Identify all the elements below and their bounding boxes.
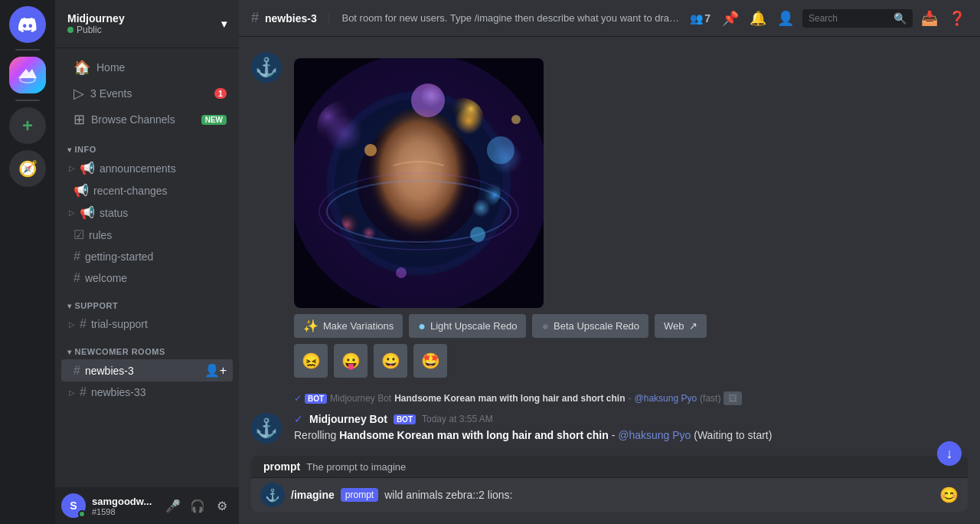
make-variations-label: Make Variations — [323, 320, 394, 332]
reaction-grin[interactable]: 😀 — [374, 344, 407, 378]
newbies-33-label: newbies-33 — [91, 386, 146, 398]
section-support-arrow: ▾ — [67, 302, 72, 310]
notification-button[interactable]: 🔔 — [747, 8, 769, 29]
reaction-starstruck[interactable]: 🤩 — [413, 344, 447, 378]
header-tools: 👥 7 📌 🔔 👤 🔍 📥 — [687, 8, 968, 29]
pin-button[interactable]: 📌 — [720, 8, 741, 29]
ref-author: Midjourney Bot — [330, 393, 391, 404]
midjourney-server-icon[interactable] — [9, 57, 46, 93]
bot-message-group: ⚓ ✓ Midjourney Bot BOT Today at 3:55 AM … — [239, 410, 980, 447]
prompt-hint-label: prompt — [263, 460, 300, 473]
newbies-33-icon: # — [80, 385, 87, 399]
trial-support-arrow-icon: ▷ — [69, 320, 75, 329]
midjourney-icon[interactable] — [9, 57, 46, 93]
section-newcomer[interactable]: ▾ NEWCOMER ROOMS — [55, 335, 239, 359]
welcome-label: welcome — [85, 272, 127, 284]
beta-upscale-redo-label: Beta Upscale Redo — [554, 320, 639, 332]
image-message-content: ✨ Make Variations ● Light Upscale Redo ●… — [294, 52, 968, 378]
nav-browse[interactable]: ⊞ Browse Channels NEW — [61, 106, 233, 133]
search-box[interactable]: 🔍 — [802, 9, 913, 28]
beta-upscale-redo-button[interactable]: ● Beta Upscale Redo — [532, 314, 648, 338]
settings-button[interactable]: ⚙ — [211, 495, 233, 516]
message-input-box[interactable]: ⚓ /imagine prompt 😊 — [251, 478, 968, 512]
server-divider-2 — [15, 100, 40, 101]
channel-announcements[interactable]: ▷ 📢 announcements — [61, 157, 233, 179]
channel-trial-support[interactable]: ▷ # trial-support — [61, 313, 233, 335]
server-header[interactable]: Midjourney Public ▾ — [55, 0, 239, 48]
external-link-icon: ↗ — [689, 320, 697, 332]
add-member-button[interactable]: 👤 — [775, 8, 796, 29]
ai-generated-image — [294, 58, 544, 308]
headphone-button[interactable]: 🎧 — [187, 495, 208, 516]
channel-rules[interactable]: ☑ rules — [61, 224, 233, 246]
channel-status[interactable]: ▷ 📢 status — [61, 201, 233, 224]
status-dot — [67, 27, 74, 33]
section-info[interactable]: ▾ INFO — [55, 133, 239, 157]
svg-point-2 — [312, 76, 526, 290]
microphone-button[interactable]: 🎤 — [162, 495, 184, 516]
reaction-angry[interactable]: 😖 — [294, 344, 328, 378]
messages-area[interactable]: ⚓ — [239, 37, 980, 456]
reaction-tongue[interactable]: 😛 — [334, 344, 368, 378]
scroll-down-icon: ↓ — [946, 446, 953, 462]
ref-mention: @haksung Pyo — [635, 393, 697, 404]
image-message-group: ⚓ — [239, 49, 980, 381]
web-label: Web — [664, 320, 684, 332]
scroll-to-bottom-button[interactable]: ↓ — [937, 441, 962, 466]
emoji-button[interactable]: 😊 — [939, 486, 959, 504]
add-server-button[interactable]: + — [9, 107, 46, 144]
imagine-input[interactable] — [384, 489, 933, 501]
section-support[interactable]: ▾ SUPPORT — [55, 289, 239, 313]
ref-bot-badge: BOT — [305, 394, 327, 404]
home-icon: 🏠 — [74, 59, 90, 76]
svg-point-8 — [317, 100, 371, 154]
nav-home-label: Home — [96, 61, 125, 74]
web-button[interactable]: Web ↗ — [655, 314, 707, 338]
bot-message-avatar: ⚓ — [251, 413, 282, 444]
light-upscale-redo-button[interactable]: ● Light Upscale Redo — [409, 314, 526, 338]
message-body-prefix: Rerolling — [294, 429, 339, 441]
user-tag: #1598 — [92, 507, 156, 516]
status-arrow-icon: ▷ — [69, 208, 75, 217]
rules-label: rules — [89, 229, 112, 241]
explore-button[interactable]: 🧭 — [9, 150, 46, 187]
nav-home[interactable]: 🏠 Home — [61, 54, 233, 80]
variations-icon: ✨ — [303, 319, 318, 333]
generated-image — [294, 58, 554, 308]
browse-new-badge: NEW — [201, 115, 227, 125]
member-count-button[interactable]: 👥 7 — [687, 8, 714, 29]
prompt-hint-bar: prompt The prompt to imagine — [251, 456, 968, 478]
server-chevron-icon: ▾ — [221, 18, 227, 30]
channel-recent-changes[interactable]: 📢 recent-changes — [61, 179, 233, 201]
username: samgoodw... — [92, 496, 156, 507]
channel-name: newbies-3 — [265, 12, 317, 25]
inline-reference: ✓ BOT Midjourney Bot Handsome Korean man… — [239, 387, 980, 410]
nav-events[interactable]: ▷ 3 Events 1 — [61, 80, 233, 106]
channel-newbies-3[interactable]: # newbies-3 👤+ — [61, 359, 233, 382]
help-icon: ❓ — [949, 10, 965, 27]
discord-icon[interactable] — [9, 6, 46, 43]
beta-upscale-icon: ● — [541, 319, 549, 333]
section-newcomer-label: NEWCOMER ROOMS — [75, 347, 165, 356]
make-variations-button[interactable]: ✨ Make Variations — [294, 314, 403, 338]
ref-speed: (fast) — [700, 393, 720, 404]
svg-point-16 — [511, 115, 521, 124]
member-count: 7 — [704, 12, 710, 25]
main-wrapper: # newbies-3 │ Bot room for new users. Ty… — [239, 0, 980, 524]
search-input[interactable] — [808, 13, 889, 24]
svg-point-9 — [411, 84, 445, 117]
svg-point-4 — [365, 108, 472, 246]
getting-started-icon: # — [74, 250, 80, 264]
ref-text: Handsome Korean man with long hair and s… — [394, 393, 625, 404]
svg-rect-1 — [294, 58, 544, 308]
help-button[interactable]: ❓ — [946, 8, 968, 29]
channel-sidebar: Midjourney Public ▾ 🏠 Home ▷ 3 Events 1 … — [55, 0, 239, 524]
channel-newbies-33[interactable]: ▷ # newbies-33 — [61, 382, 233, 403]
recent-changes-icon: 📢 — [74, 183, 89, 198]
discord-home-button[interactable] — [9, 6, 46, 43]
avatar: S — [61, 493, 86, 518]
channel-welcome[interactable]: # welcome — [61, 267, 233, 289]
inbox-icon: 📥 — [921, 10, 938, 27]
channel-getting-started[interactable]: # getting-started — [61, 246, 233, 267]
inbox-button[interactable]: 📥 — [919, 8, 940, 29]
